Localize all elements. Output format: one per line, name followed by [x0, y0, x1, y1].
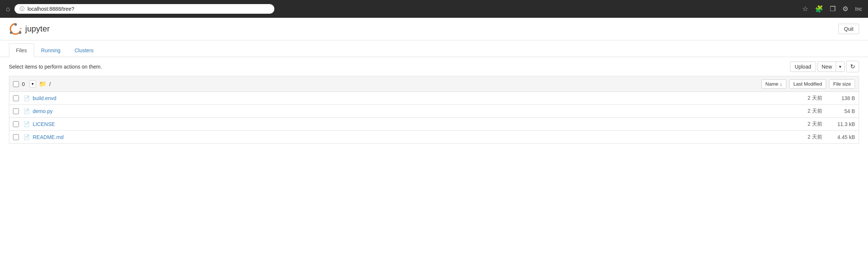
file-row-2: 📄 LICENSE 2 天前 11.3 kB	[9, 118, 859, 131]
new-button-group: New ▾	[818, 62, 845, 72]
file-row-3: 📄 README.md 2 天前 4.45 kB	[9, 131, 859, 144]
jupyter-logo-text: jupyter	[25, 24, 50, 34]
address-text: localhost:8888/tree?	[27, 6, 74, 12]
tab-clusters[interactable]: Clusters	[68, 43, 101, 57]
sort-arrow: ↓	[780, 81, 782, 87]
file-size-2: 11.3 kB	[825, 121, 855, 127]
home-icon[interactable]: ⌂	[6, 5, 10, 13]
jupyter-logo-icon	[9, 22, 22, 36]
file-list-header: 0 ▾ 📁 / Name ↓ Last Modified File size	[9, 76, 859, 92]
row-checkbox-1[interactable]	[13, 108, 19, 114]
window-icon[interactable]: ❐	[830, 5, 836, 13]
file-row-1: 📄 demo.py 2 天前 54 B	[9, 105, 859, 118]
tabs-list: Files Running Clusters	[9, 43, 859, 57]
size-col-header[interactable]: File size	[829, 79, 855, 89]
jupyter-header: jupyter Quit	[0, 18, 868, 40]
address-bar[interactable]: ⓘ localhost:8888/tree?	[14, 4, 274, 14]
info-icon: ⓘ	[20, 6, 25, 12]
file-list-container: 0 ▾ 📁 / Name ↓ Last Modified File size 📄…	[0, 76, 868, 151]
file-modified-2: 2 天前	[778, 121, 822, 128]
svg-point-2	[19, 32, 22, 34]
toolbar-row: Select items to perform actions on them.…	[0, 57, 868, 76]
quit-button[interactable]: Quit	[838, 24, 859, 34]
upload-button[interactable]: Upload	[790, 62, 816, 72]
name-col-label: Name	[766, 81, 779, 87]
new-button-dropdown[interactable]: ▾	[836, 62, 845, 72]
file-modified-0: 2 天前	[778, 95, 822, 102]
file-icon-2: 📄	[23, 121, 30, 127]
folder-icon: 📁	[39, 80, 46, 87]
settings-icon[interactable]: ⚙	[842, 5, 848, 13]
modified-col-header[interactable]: Last Modified	[789, 79, 826, 89]
select-all-checkbox[interactable]	[13, 81, 19, 87]
tab-running[interactable]: Running	[34, 43, 68, 57]
svg-point-1	[14, 23, 17, 26]
file-name-1[interactable]: demo.py	[33, 108, 775, 114]
new-button-main[interactable]: New	[818, 62, 836, 72]
name-sort-button[interactable]: Name ↓	[761, 79, 786, 89]
file-size-0: 138 B	[825, 95, 855, 101]
row-checkbox-3[interactable]	[13, 134, 19, 140]
file-name-3[interactable]: README.md	[33, 134, 775, 140]
item-dropdown[interactable]: ▾	[29, 80, 36, 87]
toolbar-message: Select items to perform actions on them.	[9, 64, 102, 70]
file-icon-0: 📄	[23, 95, 30, 101]
browser-actions: ☆ 🧩 ❐ ⚙ Inc	[802, 5, 862, 13]
toolbar-actions: Upload New ▾ ↻	[790, 61, 859, 72]
svg-point-3	[10, 32, 13, 34]
refresh-button[interactable]: ↻	[846, 61, 859, 72]
star-icon[interactable]: ☆	[802, 5, 808, 13]
jupyter-logo: jupyter	[9, 22, 50, 36]
tabs-container: Files Running Clusters	[0, 43, 868, 57]
current-path: /	[49, 81, 51, 87]
file-modified-1: 2 天前	[778, 108, 822, 115]
tab-files[interactable]: Files	[9, 43, 34, 57]
file-icon-3: 📄	[23, 134, 30, 140]
file-name-2[interactable]: LICENSE	[33, 121, 775, 127]
file-icon-1: 📄	[23, 108, 30, 114]
row-checkbox-2[interactable]	[13, 121, 19, 127]
extensions-icon[interactable]: 🧩	[815, 5, 823, 13]
browser-chrome: ⌂ ⓘ localhost:8888/tree? ☆ 🧩 ❐ ⚙ Inc	[0, 0, 868, 18]
file-name-0[interactable]: build.envd	[33, 95, 775, 101]
page-content: jupyter Quit Files Running Clusters Sele…	[0, 18, 868, 151]
file-modified-3: 2 天前	[778, 134, 822, 140]
file-row-0: 📄 build.envd 2 天前 138 B	[9, 92, 859, 105]
file-size-1: 54 B	[825, 108, 855, 114]
inc-text: Inc	[855, 6, 862, 12]
item-count: 0	[22, 81, 25, 87]
row-checkbox-0[interactable]	[13, 95, 19, 101]
file-size-3: 4.45 kB	[825, 134, 855, 140]
